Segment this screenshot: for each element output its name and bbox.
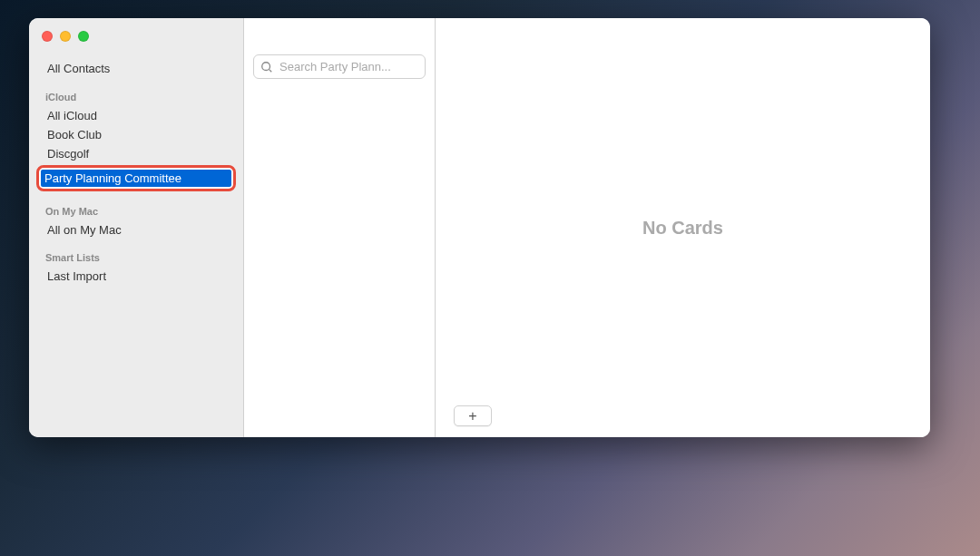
contacts-window: All Contacts iCloud All iCloud Book Club… — [29, 18, 930, 437]
svg-point-0 — [262, 62, 270, 70]
contact-detail-pane: No Cards + — [436, 18, 930, 437]
plus-icon: + — [468, 409, 476, 424]
add-contact-button[interactable]: + — [454, 405, 492, 426]
empty-state-text: No Cards — [642, 218, 723, 239]
list-rename-input[interactable] — [41, 170, 231, 187]
sidebar-item-all-icloud[interactable]: All iCloud — [29, 106, 243, 125]
close-window-button[interactable] — [42, 31, 53, 42]
sidebar-all-contacts[interactable]: All Contacts — [29, 58, 243, 79]
contact-list-pane — [244, 18, 436, 437]
search-container — [253, 54, 426, 79]
search-icon — [260, 61, 273, 73]
sidebar: All Contacts iCloud All iCloud Book Club… — [29, 18, 244, 437]
section-header-smart-lists: Smart Lists — [29, 239, 243, 267]
sidebar-item-discgolf[interactable]: Discgolf — [29, 144, 243, 163]
sidebar-item-all-on-my-mac[interactable]: All on My Mac — [29, 220, 243, 239]
maximize-window-button[interactable] — [78, 31, 89, 42]
section-header-on-my-mac: On My Mac — [29, 193, 243, 220]
minimize-window-button[interactable] — [60, 31, 71, 42]
svg-line-1 — [270, 69, 272, 72]
sidebar-item-last-import[interactable]: Last Import — [29, 267, 243, 286]
section-header-icloud: iCloud — [29, 79, 243, 106]
sidebar-item-editing[interactable] — [36, 165, 236, 191]
window-controls — [29, 29, 243, 58]
search-input[interactable] — [253, 54, 426, 79]
sidebar-item-book-club[interactable]: Book Club — [29, 125, 243, 144]
